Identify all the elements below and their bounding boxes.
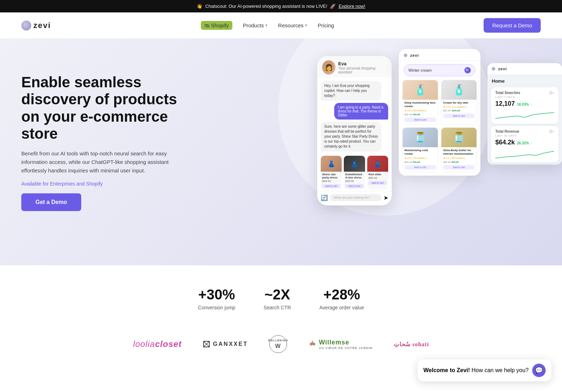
get-demo-button[interactable]: Get a Demo xyxy=(21,193,81,211)
enterprises-link[interactable]: Available for Enterprises and Shopify xyxy=(21,181,103,187)
chat-send-icon[interactable]: ➤ xyxy=(384,194,388,201)
search-product-name-1: Deep moisturizing face cream xyxy=(403,100,438,109)
navbar: zevi 🛍 Shopify Products ▾ Resources ▾ Pr… xyxy=(0,12,562,38)
search-product-name-4: Shea Body butter for intense moisturizat… xyxy=(441,147,476,157)
pricing-label: Pricing xyxy=(318,22,334,28)
nav-shopify[interactable]: 🛍 Shopify xyxy=(201,21,232,30)
search-icon[interactable]: 🔍 xyxy=(464,67,471,73)
logo-wellbeing: WELLBEING W xyxy=(269,335,287,353)
resources-link[interactable]: Resources ▾ xyxy=(278,22,307,28)
search-bar[interactable]: 🔍 xyxy=(404,64,475,76)
stat-conversion: +30% Conversion jump xyxy=(198,287,235,310)
chat-products: 👗 Shine star party dress $49.00 Add to c… xyxy=(317,154,392,191)
dash-searches-chart xyxy=(495,110,554,120)
nav-pricing[interactable]: Pricing xyxy=(318,22,334,28)
search-product-price-1: $15 18 8% off xyxy=(403,113,438,117)
search-product-img-1: 🧴 xyxy=(403,80,438,100)
search-product-2: 🧴 Cream for dry skin ★ 4.0 (111 reviews)… xyxy=(441,80,477,125)
chat-product-3: 👗 Red state $36.00 Add to cart xyxy=(367,156,388,189)
shopify-label: Shopify xyxy=(211,22,229,28)
search-product-grid: 🧴 Deep moisturizing face cream ★ 4.8 (56… xyxy=(399,80,480,176)
nav-links: 🛍 Shopify Products ▾ Resources ▾ Pricing xyxy=(201,21,334,30)
dash-revenue-change: 26.32% ↑ xyxy=(517,141,532,145)
chat-widget-text: Welcome to Zevi! How can we help you? xyxy=(423,367,529,374)
chat-widget-subtitle: How can we help you? xyxy=(472,367,529,373)
shopify-icon: 🛍 xyxy=(204,22,210,28)
chat-input-bar: 🔄 What are you looking for? ➤ xyxy=(317,191,392,205)
search-add-cart-2[interactable]: Add to cart xyxy=(443,114,475,118)
stat-search-ctr-value: ~2X xyxy=(264,287,291,303)
search-logo-dot xyxy=(404,54,407,57)
chat-product-img-1: 👗 xyxy=(321,156,342,172)
hero-title: Enable seamless discovery of products on… xyxy=(21,74,192,142)
search-product-name-3: Moisturizing cold cream xyxy=(403,147,438,157)
chat-user-message: I am going to a party. Need a dress for … xyxy=(334,103,388,120)
chat-refresh-icon[interactable]: 🔄 xyxy=(321,194,328,201)
logo-willemse: Willemse AU CŒUR DE VOTRE JARDIN xyxy=(308,339,373,350)
dash-section-title: Home xyxy=(487,75,562,85)
explore-now-link[interactable]: Explore now! xyxy=(338,4,365,9)
search-add-cart-1[interactable]: Add to cart xyxy=(404,117,436,122)
logo-text: zevi xyxy=(33,21,51,30)
request-demo-button[interactable]: Request a Demo xyxy=(484,18,541,33)
chat-product-price-2: $39.00 xyxy=(344,180,365,184)
stat-conversion-value: +30% xyxy=(198,287,235,303)
chat-add-to-cart-2[interactable]: Add to cart xyxy=(345,184,363,188)
search-product-rating-1: ★ 4.8 (56 reviews) xyxy=(403,109,438,113)
pricing-link[interactable]: Pricing xyxy=(318,22,334,28)
logo-sohati: سُحاتِ sohati xyxy=(394,341,429,348)
banner-text: Chatscout: Our AI-powered shopping assis… xyxy=(205,4,327,9)
sohati-text: سُحاتِ sohati xyxy=(394,341,429,347)
dash-searches-card: Total Searches ⓘ › LAST 7 DAYS 12,107 18… xyxy=(491,87,558,124)
chat-subtitle: Your personal shopping assistant xyxy=(338,66,387,74)
stats-section: +30% Conversion jump ~2X Search CTR +28%… xyxy=(0,265,562,328)
dash-revenue-value: $64.2k xyxy=(495,139,515,146)
hero-section: Enable seamless discovery of products on… xyxy=(0,38,562,265)
dash-revenue-card: Total Revenue ⓘ › LAST 30 DAYS $64.2k 26… xyxy=(491,126,558,162)
hero-description: Benefit from our AI tools with top-notch… xyxy=(21,149,192,175)
search-add-cart-3[interactable]: Add to cart xyxy=(404,165,436,170)
chat-product-1: 👗 Shine star party dress $49.00 Add to c… xyxy=(321,156,342,189)
dash-searches-title: Total Searches xyxy=(495,91,520,95)
search-add-cart-4[interactable]: Add to cart xyxy=(443,165,475,170)
top-banner: 👋 Chatscout: Our AI-powered shopping ass… xyxy=(0,0,562,12)
chat-avatar: 👩 xyxy=(322,60,335,74)
products-chevron: ▾ xyxy=(265,23,268,28)
chat-input[interactable]: What are you looking for? xyxy=(330,194,381,201)
search-product-img-4: 🫙 xyxy=(441,128,476,147)
chat-add-to-cart-1[interactable]: Add to cart xyxy=(322,184,340,188)
search-product-img-3: 🫙 xyxy=(403,128,438,147)
hero-content: Enable seamless discovery of products on… xyxy=(21,60,192,211)
svg-point-5 xyxy=(312,341,314,345)
chat-top-bar: 👩 Eva Your personal shopping assistant xyxy=(317,56,392,77)
dash-logo-text: zevi xyxy=(498,67,507,71)
chat-product-img-3: 👗 xyxy=(367,156,388,172)
search-product-price-2: $54 64 10% off xyxy=(441,109,476,113)
dash-searches-value: 12,107 xyxy=(495,100,515,107)
nav-products[interactable]: Products ▾ xyxy=(243,22,268,28)
shopify-link[interactable]: 🛍 Shopify xyxy=(201,21,232,30)
dash-searches-info: ⓘ › xyxy=(549,91,555,95)
search-product-rating-2: ★ 4.0 (111 reviews) xyxy=(441,105,476,109)
logo-loolia: looliacloset xyxy=(133,339,182,349)
logo: zevi xyxy=(21,21,51,31)
dash-revenue-info: ⓘ › xyxy=(549,129,555,134)
search-input[interactable] xyxy=(408,68,462,72)
dash-header: zevi xyxy=(487,63,562,75)
chat-widget-button[interactable]: 💬 xyxy=(532,364,546,374)
ganxxet-icon xyxy=(203,341,210,348)
chat-add-to-cart-3[interactable]: Add to cart xyxy=(369,181,387,185)
search-logo-text: zevi xyxy=(410,53,419,57)
chat-product-price-1: $49.00 xyxy=(321,180,342,184)
chat-product-name-3: Red state xyxy=(367,172,388,176)
stat-order-value-label: Average order value xyxy=(319,305,364,310)
chat-widget[interactable]: Welcome to Zevi! How can we help you? 💬 xyxy=(418,359,551,374)
search-product-rating-3: ★ 4.5 (74 reviews) xyxy=(403,157,438,160)
products-label: Products xyxy=(243,22,264,28)
products-link[interactable]: Products ▾ xyxy=(243,22,268,28)
search-product-price-4: $22 30 8% off xyxy=(441,160,476,164)
nav-resources[interactable]: Resources ▾ xyxy=(278,22,307,28)
search-product-1: 🧴 Deep moisturizing face cream ★ 4.8 (56… xyxy=(402,80,438,125)
chat-widget-title: Welcome to Zevi! xyxy=(423,367,470,373)
dash-revenue-title: Total Revenue xyxy=(495,129,519,134)
